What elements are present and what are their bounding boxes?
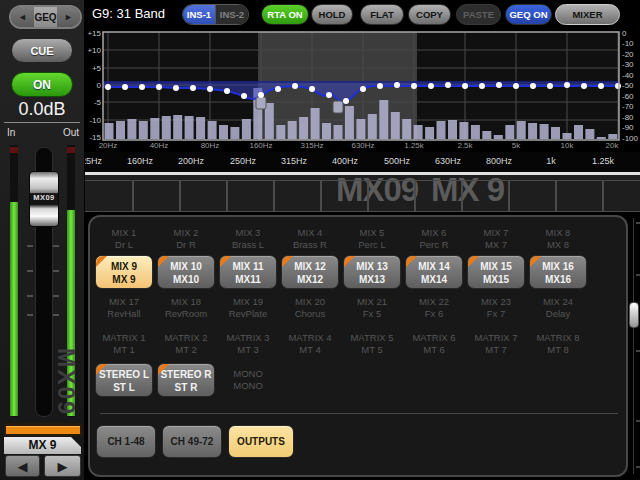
- band-dot[interactable]: [190, 85, 196, 91]
- ins2-tab[interactable]: INS-2: [215, 5, 248, 24]
- overview-cell-border: [132, 180, 134, 211]
- mix-button-mix-12[interactable]: MIX 12MX12: [281, 255, 339, 289]
- item-label-line: MIX 19: [217, 296, 279, 308]
- mix-button-mix-9[interactable]: MIX 9MX 9: [95, 255, 153, 289]
- tab-ch-1-48[interactable]: CH 1-48: [96, 425, 156, 458]
- tab-ch-49-72[interactable]: CH 49-72: [162, 425, 222, 458]
- fader-tick: [53, 270, 59, 272]
- item-label-line: Fx 5: [341, 308, 403, 320]
- band-strip-label: 400Hz: [323, 156, 367, 166]
- band-handle[interactable]: [256, 97, 266, 109]
- item-label-line: MT 7: [465, 344, 527, 356]
- fader-tick: [53, 314, 59, 316]
- band-dot[interactable]: [394, 82, 400, 88]
- tab-outputs[interactable]: OUTPUTS: [228, 425, 294, 458]
- panel-scrollbar-track[interactable]: [633, 218, 634, 474]
- rta-bar: [528, 123, 537, 139]
- geq-prev-button[interactable]: ◄: [11, 7, 34, 27]
- mix-button-mix-15[interactable]: MIX 15MX15: [467, 255, 525, 289]
- mixer-button[interactable]: MIXER: [555, 4, 620, 25]
- band-dot[interactable]: [564, 82, 570, 88]
- channel-overview-strip[interactable]: MX09 MX 9: [85, 175, 640, 212]
- band-dot[interactable]: [156, 84, 162, 90]
- band-dot[interactable]: [326, 92, 332, 98]
- band-dot[interactable]: [360, 86, 366, 92]
- rta-bar: [276, 125, 285, 139]
- scrollbar-tick: [636, 466, 640, 468]
- band-dot[interactable]: [309, 86, 315, 92]
- item-label-line: MIX 23: [465, 296, 527, 308]
- band-dot[interactable]: [462, 83, 468, 89]
- scrollbar-tick: [636, 222, 640, 224]
- band-dot[interactable]: [173, 85, 179, 91]
- item-label-line: MX13: [344, 273, 400, 286]
- freq-label: 2.5k: [447, 141, 483, 150]
- ins1-tab[interactable]: INS-1: [183, 5, 215, 24]
- right-arrow-icon: ►: [64, 12, 73, 22]
- fader-knob[interactable]: MX09: [29, 171, 59, 227]
- matrix-item: MATRIX 4MT 4: [279, 332, 341, 356]
- band-dot[interactable]: [105, 84, 111, 90]
- band-dot[interactable]: [598, 83, 604, 89]
- insert-switch: INS-1 INS-2: [182, 4, 249, 25]
- mix-button-mix-10[interactable]: MIX 10MX10: [157, 255, 215, 289]
- mix-button-mix-13[interactable]: MIX 13MX13: [343, 255, 401, 289]
- item-label-line: MIX 20: [279, 296, 341, 308]
- band-dot[interactable]: [292, 83, 298, 89]
- band-dot[interactable]: [496, 82, 502, 88]
- mix-button-mix-16[interactable]: MIX 16MX16: [529, 255, 587, 289]
- sidebar-divider: [4, 122, 80, 123]
- band-dot[interactable]: [139, 84, 145, 90]
- band-dot[interactable]: [275, 86, 281, 92]
- stereo-button-r[interactable]: STEREO RST R: [157, 363, 215, 397]
- mix-item: MIX 8MX 8: [527, 227, 589, 251]
- geq-plot[interactable]: [85, 28, 640, 152]
- band-dot[interactable]: [615, 83, 621, 89]
- band-dot[interactable]: [479, 83, 485, 89]
- channel-on-button[interactable]: ON: [11, 72, 73, 97]
- band-dot[interactable]: [411, 83, 417, 89]
- copy-button[interactable]: COPY: [408, 4, 451, 25]
- geq-on-button[interactable]: GEQ ON: [505, 4, 552, 25]
- band-dot[interactable]: [224, 88, 230, 94]
- band-handle[interactable]: [333, 101, 343, 113]
- band-dot[interactable]: [581, 83, 587, 89]
- geq-nav: ◄ GEQ ►: [9, 5, 82, 29]
- band-range-strip[interactable]: 125Hz160Hz200Hz250Hz315Hz400Hz500Hz630Hz…: [85, 152, 640, 172]
- band-strip-label: 500Hz: [375, 156, 419, 166]
- band-dot[interactable]: [258, 92, 264, 98]
- item-label-line: MT 6: [403, 344, 465, 356]
- geq-graph[interactable]: [85, 28, 640, 152]
- geq-nav-label: GEQ: [34, 7, 57, 27]
- band-dot[interactable]: [513, 83, 519, 89]
- band-dot[interactable]: [207, 86, 213, 92]
- band-dot[interactable]: [530, 83, 536, 89]
- cue-button[interactable]: CUE: [11, 38, 73, 63]
- item-label-line: ST L: [96, 381, 152, 394]
- rta-on-button[interactable]: RTA ON: [261, 4, 309, 25]
- item-label-line: MX10: [158, 273, 214, 286]
- band-dot[interactable]: [445, 82, 451, 88]
- mix-item: MIX 3Brass L: [217, 227, 279, 251]
- band-dot[interactable]: [122, 84, 128, 90]
- mix-item: MIX 1Dr L: [93, 227, 155, 251]
- stereo-button-l[interactable]: STEREO LST L: [95, 363, 153, 397]
- band-dot[interactable]: [241, 93, 247, 99]
- panel-scrollbar-thumb[interactable]: [629, 302, 639, 328]
- mix-item: MIX 6Perc R: [403, 227, 465, 251]
- rta-bar: [162, 116, 171, 139]
- band-dot[interactable]: [343, 98, 349, 104]
- mix-button-mix-14[interactable]: MIX 14MX14: [405, 255, 463, 289]
- channel-next-button[interactable]: ▶: [44, 455, 81, 477]
- flat-button[interactable]: FLAT: [360, 4, 404, 25]
- mix-button-mix-11[interactable]: MIX 11MX11: [219, 255, 277, 289]
- matrix-item: MATRIX 2MT 2: [155, 332, 217, 356]
- channel-prev-button[interactable]: ◀: [5, 455, 40, 477]
- band-dot[interactable]: [428, 83, 434, 89]
- band-dot[interactable]: [377, 83, 383, 89]
- geq-next-button[interactable]: ►: [57, 7, 80, 27]
- item-label-line: MIX 5: [341, 227, 403, 239]
- hold-button[interactable]: HOLD: [311, 4, 353, 25]
- matrix-item: MATRIX 6MT 6: [403, 332, 465, 356]
- band-dot[interactable]: [547, 83, 553, 89]
